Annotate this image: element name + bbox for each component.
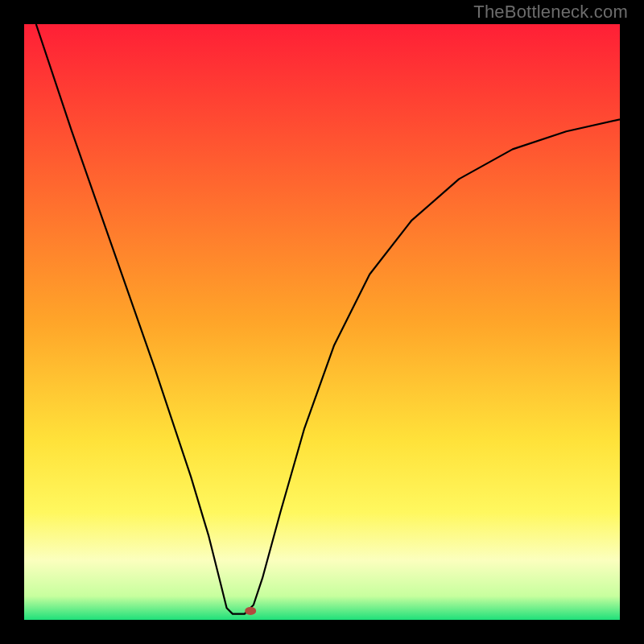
plot-area [24,24,620,620]
watermark-text: TheBottleneck.com [473,2,628,23]
chart-svg [24,24,620,620]
optimum-marker [245,607,256,615]
chart-container: TheBottleneck.com [0,0,644,644]
gradient-background [24,24,620,620]
